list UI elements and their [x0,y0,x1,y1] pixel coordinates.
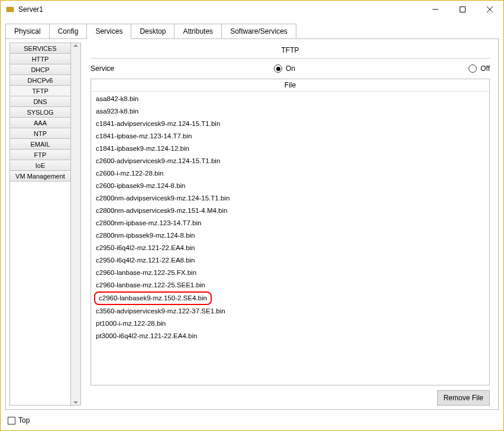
service-panel-title: TFTP [91,43,490,57]
sidebar-item-tftp[interactable]: TFTP [10,86,70,96]
file-item[interactable]: c2960-lanbasek9-mz.150-2.SE4.bin [94,291,212,305]
file-item[interactable]: c1841-ipbasek9-mz.124-12.bin [91,142,489,155]
sidebar-item-vm-management[interactable]: VM Management [10,171,70,182]
tab-config[interactable]: Config [49,24,88,39]
sidebar-scrollbar[interactable] [71,43,81,406]
file-list-box: File asa842-k8.binasa923-k8.binc1841-adv… [91,79,490,385]
file-item[interactable]: c2960-lanbase-mz.122-25.FX.bin [91,267,489,279]
sidebar-item-email[interactable]: EMAIL [10,139,70,150]
radio-on[interactable]: On [274,64,295,73]
file-item[interactable]: c2950-i6q4l2-mz.121-22.EA4.bin [91,242,489,254]
window-title: Server1 [18,5,43,14]
file-item[interactable]: c1841-advipservicesk9-mz.124-15.T1.bin [91,118,489,130]
file-item[interactable]: c2600-advipservicesk9-mz.124-15.T1.bin [91,155,489,167]
close-button[interactable] [476,1,503,18]
svg-rect-4 [460,7,466,12]
radio-off-label: Off [480,64,490,73]
tab-panel-services: SERVICES HTTPDHCPDHCPv6TFTPDNSSYSLOGAAAN… [5,38,499,410]
divider [91,58,490,59]
file-item[interactable]: asa923-k8.bin [91,105,489,118]
radio-off[interactable]: Off [469,64,490,73]
sidebar-item-ntp[interactable]: NTP [10,128,70,139]
tab-attributes[interactable]: Attributes [174,24,222,39]
main-tabs: PhysicalConfigServicesDesktopAttributesS… [5,23,499,410]
services-sidebar: SERVICES HTTPDHCPDHCPv6TFTPDNSSYSLOGAAAN… [9,43,71,406]
bottom-bar: Top [8,416,30,424]
app-icon [5,5,15,14]
service-toggle-row: Service On Off [91,62,490,79]
sidebar-item-syslog[interactable]: SYSLOG [10,107,70,118]
svg-rect-1 [8,8,9,9]
file-item[interactable]: asa842-k8.bin [91,93,489,105]
tab-software-services[interactable]: Software/Services [221,24,296,39]
file-item[interactable]: c2800nm-ipbasek9-mz.124-8.bin [91,229,489,242]
maximize-button[interactable] [449,1,476,18]
sidebar-item-dhcp[interactable]: DHCP [10,64,70,75]
service-label: Service [91,64,274,73]
radio-off-circle [469,64,477,73]
tab-desktop[interactable]: Desktop [131,24,175,39]
file-list[interactable]: asa842-k8.binasa923-k8.binc1841-advipser… [91,92,489,385]
top-checkbox[interactable] [8,417,15,424]
file-item[interactable]: pt3000-i6q4l2-mz.121-22.EA4.bin [91,330,489,342]
scroll-up-icon [73,44,78,47]
file-item[interactable]: c2800nm-advipservicesk9-mz.151-4.M4.bin [91,205,489,217]
remove-file-button[interactable]: Remove File [437,390,490,406]
tab-services[interactable]: Services [86,24,131,39]
scroll-down-icon [73,401,78,404]
top-checkbox-label: Top [18,416,30,424]
sidebar-item-dhcpv6[interactable]: DHCPv6 [10,75,70,86]
sidebar-item-dns[interactable]: DNS [10,96,70,107]
title-bar: Server1 [1,1,503,18]
window-controls [422,1,503,18]
sidebar-header: SERVICES [10,43,70,54]
sidebar-item-ftp[interactable]: FTP [10,150,70,160]
file-item[interactable]: pt1000-i-mz.122-28.bin [91,317,489,330]
tab-physical[interactable]: Physical [5,24,50,39]
file-item[interactable]: c2950-i6q4l2-mz.121-22.EA8.bin [91,254,489,267]
minimize-button[interactable] [422,1,449,18]
file-item[interactable]: c3560-advipservicesk9-mz.122-37.SE1.bin [91,305,489,317]
svg-rect-0 [7,7,14,12]
file-item[interactable]: c2800nm-ipbase-mz.123-14.T7.bin [91,217,489,229]
radio-on-label: On [286,64,295,73]
file-item[interactable]: c2800nm-advipservicesk9-mz.124-15.T1.bin [91,192,489,205]
radio-on-circle [274,64,282,73]
sidebar-item-aaa[interactable]: AAA [10,118,70,128]
svg-rect-2 [8,9,9,10]
sidebar-item-http[interactable]: HTTP [10,54,70,64]
file-item[interactable]: c2600-ipbasek9-mz.124-8.bin [91,180,489,192]
file-item[interactable]: c1841-ipbase-mz.123-14.T7.bin [91,130,489,142]
file-list-header: File [91,79,489,92]
sidebar-item-ioe[interactable]: IoE [10,160,70,171]
file-item[interactable]: c2600-i-mz.122-28.bin [91,167,489,180]
file-item[interactable]: c2960-lanbase-mz.122-25.SEE1.bin [91,279,489,291]
